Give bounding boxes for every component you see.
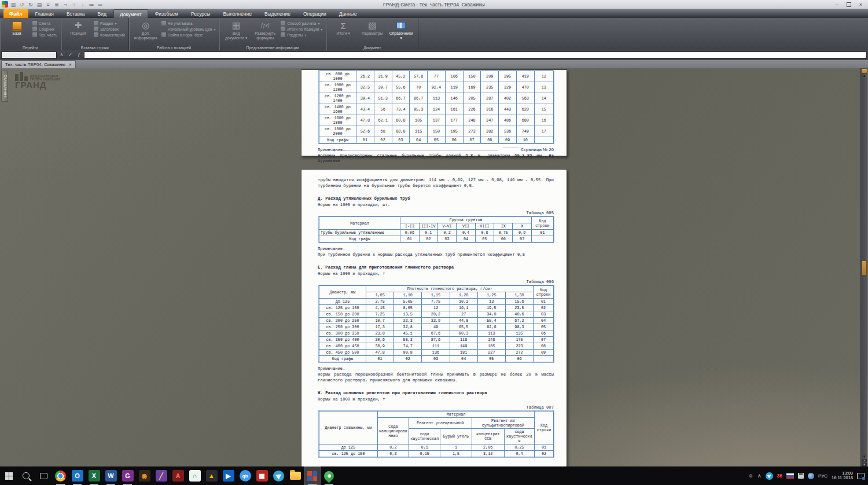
position-button[interactable]: ✚Позиция: [65, 20, 91, 36]
expand-icon[interactable]: ∧: [58, 52, 65, 57]
start-button[interactable]: [0, 466, 17, 485]
find-in-base-icon-button[interactable]: Найти в норм. базе: [161, 32, 215, 37]
move-down-icon[interactable]: ↓: [79, 2, 86, 8]
ribbon-tab-Физобъем[interactable]: Физобъем: [149, 9, 184, 18]
ru-flag-icon[interactable]: [786, 473, 794, 479]
base-button[interactable]: База: [3, 20, 30, 36]
confirm-icon[interactable]: ✓: [67, 52, 74, 57]
restore-button[interactable]: [847, 2, 851, 7]
ribbon-tab-Файл[interactable]: Файл: [3, 9, 28, 18]
scroll-down-button[interactable]: ▼: [861, 455, 867, 458]
autocad-icon[interactable]: A: [170, 466, 186, 485]
razdel-icon-button[interactable]: Раздел▾: [94, 21, 125, 25]
ribbon-tab-Главная[interactable]: Главная: [30, 9, 60, 18]
telegram-icon[interactable]: [270, 466, 287, 485]
language-indicator[interactable]: РУС: [818, 473, 827, 479]
formulas-button[interactable]: {ƒx}Развернуть формулы: [252, 20, 278, 40]
hidden-icons-chevron[interactable]: ∧: [757, 473, 762, 479]
qbittorrent-icon[interactable]: qb: [237, 466, 253, 485]
kommentarij-icon-button[interactable]: Комментарий: [94, 32, 125, 37]
table-cell: 08: [534, 343, 554, 350]
parametry-button[interactable]: ▧Параметры: [359, 20, 385, 36]
wrap-icon[interactable]: ¬: [62, 2, 69, 8]
clock[interactable]: 13:00 16.11.2018: [832, 471, 853, 481]
chrome-icon[interactable]: [52, 466, 69, 485]
zagolovok-icon-button[interactable]: Заголовок: [94, 27, 125, 31]
previous-page-button[interactable]: ▲: [862, 459, 867, 462]
doc-tab-close-icon[interactable]: ×: [69, 62, 72, 67]
spravochniki-button[interactable]: Справочники ▾: [388, 20, 414, 40]
table-cell: 113: [477, 330, 505, 337]
action-center-icon[interactable]: [857, 473, 865, 479]
save-icon[interactable]: ▥: [10, 2, 17, 8]
table-cell: 06: [494, 236, 513, 242]
scrollbar-splitter-icon[interactable]: [862, 69, 867, 73]
ribbon-tab-Выделение[interactable]: Выделение: [259, 9, 296, 18]
search-icon[interactable]: [17, 466, 35, 485]
table-cell: 106: [445, 71, 463, 82]
wifi-app-icon[interactable]: ∩: [186, 466, 203, 485]
ribbon-tab-Вид[interactable]: Вид: [92, 9, 112, 18]
sbornik-icon-button[interactable]: Сборник: [32, 27, 57, 31]
smeta-icon-button[interactable]: Смета: [32, 21, 57, 25]
table-row: св. 400 до 45038,974,711114918522308: [319, 343, 554, 350]
gis-app-icon[interactable]: G: [119, 466, 136, 485]
preview-icon[interactable]: ▤: [36, 2, 43, 8]
floppy-tray-icon[interactable]: [798, 473, 804, 479]
table-cell: 31,9: [374, 71, 392, 82]
dop-info-button[interactable]: ◎Доп. информация: [133, 20, 159, 40]
table-cell: св. 800 до 1000: [319, 71, 356, 82]
excel-icon[interactable]: X: [86, 466, 102, 485]
close-button[interactable]: ×: [859, 2, 862, 8]
ribbon-tab-Выполнение[interactable]: Выполнение: [217, 9, 257, 18]
customize-quick-access-icon[interactable]: ═: [97, 2, 104, 8]
itogi-button[interactable]: ΣИтоги ▾: [330, 20, 356, 36]
outlook-icon[interactable]: O: [69, 466, 86, 485]
itogi-po-pozicii-icon-button[interactable]: Итоги по позиции▾: [281, 27, 322, 31]
formula-input[interactable]: [84, 52, 867, 58]
metro-icon[interactable]: ▦: [253, 466, 270, 485]
vertical-scrollbar[interactable]: ▲ ▼ ▲ ▼: [860, 68, 867, 466]
people-icon[interactable]: ☺: [748, 473, 753, 479]
word-icon[interactable]: W: [102, 466, 119, 485]
table-cell: 169: [463, 82, 481, 93]
minimize-button[interactable]: –: [836, 2, 838, 8]
scroll-up-button[interactable]: ▲: [861, 74, 867, 78]
table-cell: Трубы бурильные утяжеленные: [319, 230, 400, 236]
razdely-icon: [281, 32, 285, 37]
network-tray-icon[interactable]: [808, 473, 814, 479]
move-up-icon[interactable]: ↑: [71, 2, 78, 8]
table-cell: св. 1600 до 1800: [319, 115, 356, 126]
ribbon-tab-Документ[interactable]: Документ: [113, 9, 148, 18]
undo-icon[interactable]: ↺: [19, 2, 25, 8]
razdely-icon-button[interactable]: Разделы▾: [281, 32, 322, 37]
ribbon-tab-Вставка[interactable]: Вставка: [61, 9, 91, 18]
toc-side-tab[interactable]: Оглавление: [1, 71, 8, 102]
grand-smeta-icon[interactable]: [304, 466, 321, 485]
task-view-icon[interactable]: [35, 466, 52, 485]
player-icon[interactable]: ▶: [220, 466, 237, 485]
explorer-icon[interactable]: [287, 466, 304, 485]
antivirus-icon[interactable]: ▲: [203, 466, 220, 485]
ribbon-tab-Операции[interactable]: Операции: [297, 9, 332, 18]
insert-col-icon[interactable]: ≣: [53, 2, 60, 8]
redo-icon[interactable]: ↻: [27, 2, 34, 8]
name-box-input[interactable]: [1, 52, 57, 58]
pen-tool-icon[interactable]: ╱: [153, 466, 170, 485]
list-icon[interactable]: ≔: [88, 2, 95, 8]
ribbon-tab-Данные[interactable]: Данные: [333, 9, 363, 18]
maps-icon[interactable]: [321, 466, 337, 485]
vid-dokumenta-button[interactable]: ▦Вид документа ▾: [223, 20, 249, 40]
doc-tab-tech-part[interactable]: Тех. часть ТЕР04. Скважины ×: [1, 60, 76, 68]
scrollbar-thumb[interactable]: [862, 260, 867, 275]
function-icon[interactable]: ƒ: [75, 52, 83, 57]
ribbon-tab-Ресурсы[interactable]: Ресурсы: [185, 9, 216, 18]
telegram-tray-icon[interactable]: [766, 472, 773, 480]
small-button[interactable]: Начальный уровень цен▾: [161, 27, 215, 31]
tech-part-icon-button[interactable]: Тех. часть: [32, 32, 57, 37]
ne-uchityvat-icon-button[interactable]: Не учитывать: [161, 21, 215, 25]
compass-app-icon[interactable]: ◉: [136, 466, 153, 485]
insert-row-icon[interactable]: ≡: [45, 2, 52, 8]
table-cell: 2,75: [366, 299, 394, 305]
sposob-rascheta-icon-button[interactable]: Способ расчета▾: [281, 21, 322, 25]
